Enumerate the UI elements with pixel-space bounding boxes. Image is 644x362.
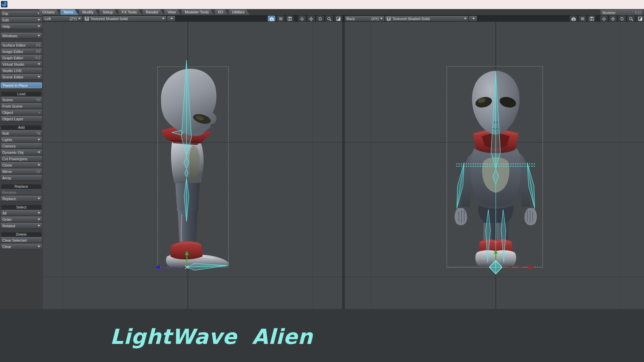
chevron-down-icon: [38, 219, 40, 220]
right-viewport-options-dropdown[interactable]: [469, 16, 477, 21]
delete-clear-button[interactable]: Clear: [1, 244, 42, 249]
tab-items[interactable]: Items: [60, 9, 78, 15]
magnifier-icon: [629, 17, 633, 21]
add-lights-button[interactable]: Lights: [1, 137, 42, 142]
left-rotate-view-button[interactable]: [316, 16, 324, 21]
chevron-down-icon: [38, 152, 40, 153]
select-related-button[interactable]: Related: [1, 223, 42, 229]
section-header-delete: Delete: [1, 232, 41, 237]
right-viewport-canvas[interactable]: [345, 22, 644, 309]
tab-render[interactable]: Render: [143, 9, 164, 15]
menu-windows[interactable]: Windows: [1, 33, 42, 39]
viewport-toolbars: Left (ZY) T Textured Shaded Solid: [43, 15, 644, 22]
list-icon: [279, 17, 283, 20]
left-viewport-options-dropdown[interactable]: [167, 16, 175, 21]
right-pan-view-button[interactable]: [609, 16, 617, 21]
select-order-button[interactable]: Order: [1, 217, 42, 222]
add-camera-button[interactable]: Camera: [1, 143, 42, 149]
parent-in-place-button[interactable]: Parent in Place: [1, 82, 42, 88]
tab-view[interactable]: View: [164, 9, 181, 15]
right-center-item-button[interactable]: [600, 16, 608, 21]
left-maximize-viewport-button[interactable]: [334, 16, 342, 21]
tab-octane[interactable]: Octane: [39, 9, 60, 15]
left-camera-view-button[interactable]: [268, 16, 275, 21]
replace-rename-button: Rename: [1, 189, 42, 195]
tab-modeler-tools[interactable]: Modeler Tools: [181, 9, 214, 15]
right-camera-view-button[interactable]: [570, 16, 577, 21]
chevron-down-icon: [38, 212, 40, 214]
camera-icon: [571, 17, 576, 21]
section-header-load: Load: [1, 92, 41, 96]
svg-text:L: L: [5, 1, 7, 4]
tab-bar: Octane Items Modify Setup FX Tools Rende…: [43, 9, 644, 15]
virtual-studio-button[interactable]: Virtual Studio: [1, 61, 42, 67]
studio-live-button[interactable]: Studio LIVE: [1, 68, 42, 73]
lightwave-layout-window: L File Edit Help Windows Surface EditorF…: [0, 0, 644, 362]
graph-editor-button[interactable]: Graph Editor^F2: [1, 55, 42, 61]
chevron-down-icon: [38, 35, 40, 37]
right-maximize-viewport-button[interactable]: [636, 16, 644, 21]
add-array-button[interactable]: Array: [1, 175, 42, 181]
chevron-down-icon: [170, 18, 173, 19]
menu-file[interactable]: File: [1, 11, 42, 16]
replace-replace-button[interactable]: Replace: [1, 196, 42, 201]
add-null-button[interactable]: Null^N: [1, 130, 42, 136]
tab-modify[interactable]: Modify: [79, 9, 99, 15]
left-viewport-toolbar: Left (ZY) T Textured Shaded Solid: [43, 15, 342, 22]
menu-help[interactable]: Help: [1, 23, 42, 29]
left-viewport-canvas[interactable]: [43, 22, 342, 309]
alien-model-side-view[interactable]: [161, 69, 229, 267]
save-icon: [590, 17, 594, 21]
add-clone-button[interactable]: Clone: [1, 162, 42, 168]
add-mirror-button[interactable]: Mirror+V: [1, 169, 42, 174]
load-object-button[interactable]: Object+: [1, 110, 42, 115]
left-shade-mode-dropdown[interactable]: T Textured Shaded Solid: [83, 16, 166, 21]
load-from-scene-button[interactable]: From Scene: [1, 103, 42, 109]
image-editor-button[interactable]: Image EditorF6: [1, 49, 42, 54]
tab-fx-tools[interactable]: FX Tools: [118, 9, 142, 15]
texture-mode-icon: T: [387, 17, 391, 21]
save-icon: [288, 17, 292, 21]
left-viewport-menu-button[interactable]: [277, 16, 284, 21]
left-center-item-button[interactable]: [298, 16, 306, 21]
select-all-button[interactable]: All: [1, 210, 42, 216]
move-arrows-icon: [611, 17, 615, 21]
left-view-type-dropdown[interactable]: Left (ZY): [43, 16, 83, 21]
left-pan-view-button[interactable]: [307, 16, 315, 21]
right-rotate-view-button[interactable]: [618, 16, 626, 21]
load-scene-button[interactable]: Scene^O: [1, 97, 42, 103]
surface-editor-button[interactable]: Surface EditorF5: [1, 42, 42, 48]
right-viewport-toolbar: Back (XY) T Textured Shaded Solid: [345, 15, 644, 22]
load-object-layer-button[interactable]: Object Layer: [1, 116, 42, 122]
rotate-arrows-icon: [318, 17, 322, 21]
right-viewport-menu-button[interactable]: [579, 16, 586, 21]
camera-icon: [269, 17, 274, 21]
delete-clear-selected-button[interactable]: Clear Selected-: [1, 237, 42, 243]
tab-io[interactable]: I/O: [215, 9, 228, 15]
chevron-down-icon: [162, 18, 165, 19]
right-view-type-dropdown[interactable]: Back (XY): [345, 16, 384, 21]
move-arrows-icon: [309, 17, 313, 21]
pivot-axes[interactable]: [447, 249, 543, 274]
add-dynamic-obj-button[interactable]: Dynamic Obj: [1, 149, 42, 155]
window-titlebar: L: [0, 0, 644, 9]
add-cvt-powergons-button[interactable]: Cvt Powergons: [1, 156, 42, 162]
menu-edit[interactable]: Edit: [1, 17, 42, 23]
right-zoom-view-button[interactable]: [627, 16, 635, 21]
chevron-down-icon: [38, 164, 40, 166]
rotate-arrows-icon: [620, 17, 624, 21]
section-header-add: Add: [1, 125, 41, 130]
tab-setup[interactable]: Setup: [99, 9, 118, 15]
center-crosshair-icon: [300, 17, 304, 21]
switch-to-modeler-button[interactable]: Modeler F12: [600, 10, 643, 15]
left-zoom-view-button[interactable]: [325, 16, 333, 21]
chevron-down-icon: [472, 18, 475, 19]
right-shade-mode-dropdown[interactable]: T Textured Shaded Solid: [385, 16, 468, 21]
right-save-view-button[interactable]: [588, 16, 595, 21]
maximize-icon: [336, 17, 340, 21]
left-save-view-button[interactable]: [286, 16, 293, 21]
caption-text: LightWave Alien: [110, 324, 313, 349]
tab-utilities[interactable]: Utilities: [229, 9, 250, 15]
chevron-down-icon: [38, 63, 40, 65]
scene-editor-button[interactable]: Scene Editor: [1, 74, 42, 80]
